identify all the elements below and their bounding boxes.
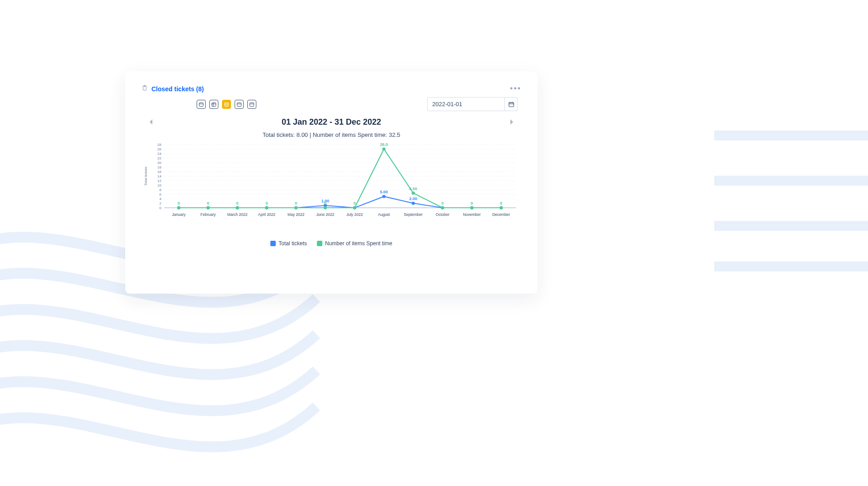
svg-text:0: 0	[178, 201, 180, 206]
date-input[interactable]	[427, 97, 505, 111]
svg-point-98	[411, 192, 415, 195]
svg-point-90	[294, 206, 297, 209]
legend-label-1: Total tickets	[278, 240, 307, 247]
svg-point-94	[353, 206, 356, 209]
svg-text:10: 10	[157, 183, 161, 187]
svg-point-86	[236, 206, 239, 209]
svg-text:0: 0	[295, 201, 297, 206]
svg-point-88	[265, 206, 268, 209]
svg-text:April 2022: April 2022	[258, 212, 276, 217]
svg-point-82	[177, 206, 180, 209]
clipboard-icon	[142, 85, 148, 93]
svg-point-102	[470, 206, 473, 209]
period-view-group	[197, 100, 256, 109]
report-title[interactable]: Closed tickets (8)	[142, 85, 204, 93]
svg-text:28: 28	[157, 143, 161, 147]
legend-swatch-1	[270, 241, 276, 246]
svg-point-92	[324, 206, 327, 209]
svg-text:24: 24	[157, 152, 161, 156]
svg-text:8: 8	[160, 188, 162, 192]
svg-point-96	[382, 147, 386, 150]
svg-text:6.50: 6.50	[409, 187, 417, 191]
svg-point-100	[441, 206, 444, 209]
svg-rect-11	[225, 103, 229, 106]
svg-text:22: 22	[157, 156, 161, 160]
view-quarter-button[interactable]	[235, 100, 244, 109]
svg-text:0: 0	[324, 201, 326, 206]
svg-text:May 2022: May 2022	[288, 212, 305, 217]
svg-rect-6	[199, 103, 203, 106]
svg-text:February: February	[200, 212, 216, 217]
svg-text:December: December	[492, 212, 510, 217]
svg-text:0: 0	[207, 201, 209, 206]
svg-text:12: 12	[157, 179, 161, 183]
report-title-text: Closed tickets (8)	[151, 85, 204, 93]
svg-point-84	[207, 206, 210, 209]
legend-spent-time[interactable]: Number of items Spent time	[317, 240, 392, 247]
svg-text:November: November	[463, 212, 481, 217]
svg-text:6: 6	[160, 192, 162, 196]
svg-text:July 2022: July 2022	[346, 212, 363, 217]
svg-text:5.00: 5.00	[380, 190, 388, 194]
svg-rect-15	[237, 103, 241, 106]
more-menu-button[interactable]: •••	[510, 84, 521, 93]
svg-text:September: September	[404, 212, 423, 217]
svg-rect-17	[250, 103, 254, 106]
summary-text: Total tickets: 8.00 | Number of items Sp…	[142, 131, 521, 138]
svg-text:August: August	[378, 212, 390, 217]
svg-text:4: 4	[160, 197, 162, 201]
svg-rect-19	[509, 102, 514, 106]
svg-text:26: 26	[157, 147, 161, 151]
svg-text:16: 16	[157, 170, 161, 174]
chart-legend: Total tickets Number of items Spent time	[142, 240, 521, 247]
svg-text:January: January	[172, 212, 186, 217]
svg-text:26.0: 26.0	[380, 142, 388, 147]
svg-point-75	[382, 195, 386, 198]
svg-text:0: 0	[471, 201, 473, 206]
svg-text:0: 0	[160, 206, 162, 210]
view-month-button[interactable]	[222, 100, 231, 109]
svg-text:2.00: 2.00	[409, 196, 417, 201]
next-period-button[interactable]	[502, 118, 521, 126]
svg-point-77	[411, 201, 415, 205]
svg-text:October: October	[436, 212, 449, 217]
legend-swatch-2	[317, 241, 322, 246]
svg-text:14: 14	[157, 174, 161, 178]
date-range-title: 01 Jan 2022 - 31 Dec 2022	[282, 117, 381, 127]
svg-rect-8	[212, 103, 216, 106]
svg-text:March 2022: March 2022	[227, 212, 248, 217]
svg-text:0: 0	[441, 201, 443, 206]
svg-text:Total tickets: Total tickets	[144, 167, 148, 186]
svg-text:0: 0	[500, 201, 502, 206]
svg-text:0: 0	[265, 201, 268, 206]
svg-text:0: 0	[236, 201, 239, 206]
legend-total-tickets[interactable]: Total tickets	[270, 240, 307, 247]
legend-label-2: Number of items Spent time	[325, 240, 392, 247]
svg-text:2: 2	[160, 201, 162, 206]
report-card: Closed tickets (8) ••• 01 Jan 2022 - 31 …	[125, 71, 538, 294]
svg-text:18: 18	[157, 165, 161, 169]
line-chart: 0246810121416182022242628Total ticketsJa…	[142, 142, 521, 219]
svg-text:20: 20	[157, 161, 161, 165]
view-day-button[interactable]	[197, 100, 206, 109]
date-picker-button[interactable]	[505, 97, 518, 111]
view-week-button[interactable]	[209, 100, 218, 109]
svg-point-104	[500, 206, 503, 209]
prev-period-button[interactable]	[142, 118, 160, 126]
view-year-button[interactable]	[247, 100, 256, 109]
svg-text:0: 0	[354, 201, 356, 206]
svg-text:June 2022: June 2022	[316, 212, 335, 217]
